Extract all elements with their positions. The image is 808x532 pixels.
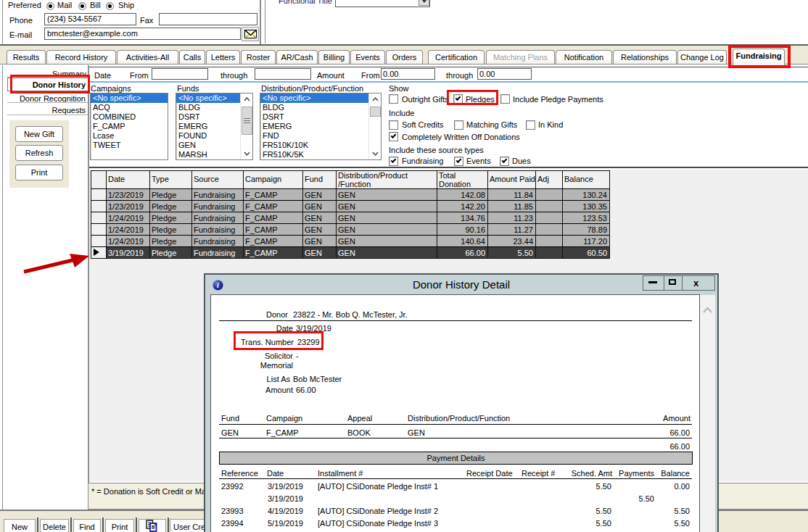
svg-text:i: i [217,281,219,289]
